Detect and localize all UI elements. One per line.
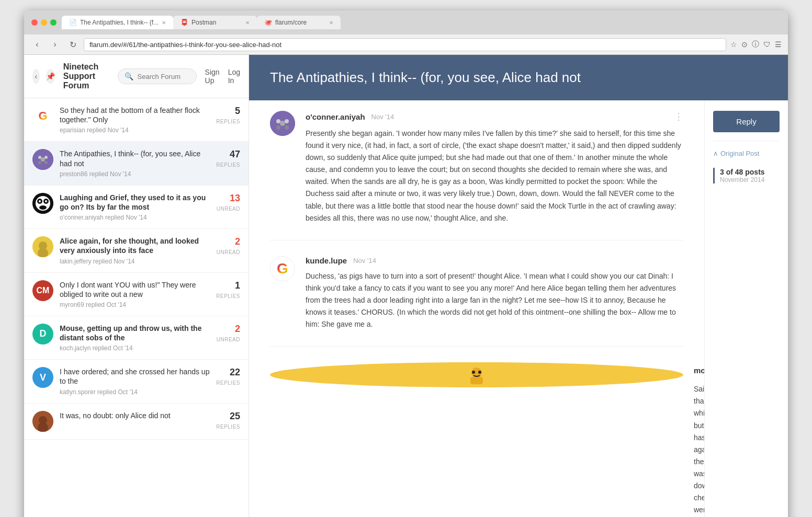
- svg-point-12: [39, 205, 47, 210]
- post-time: Nov '14: [371, 113, 394, 121]
- tab-label: flarum/core: [275, 19, 307, 26]
- browser-icons: ☆ ⊙ ⓘ 🛡 ☰: [730, 40, 782, 49]
- svg-point-20: [276, 119, 280, 123]
- shield-icon[interactable]: 🛡: [763, 40, 771, 49]
- post-header: o'conner.aniyah Nov '14 ⋮: [306, 111, 683, 122]
- sign-up-link[interactable]: Sign Up: [205, 68, 220, 85]
- reader-icon[interactable]: ⊙: [741, 40, 748, 49]
- discussion-item[interactable]: Laughing and Grief, they used to it as y…: [24, 186, 249, 229]
- discussion-meta: myron69 replied Oct '14: [60, 301, 210, 308]
- tab-favicon: 📮: [181, 19, 188, 26]
- divider: [713, 141, 780, 141]
- tab-favicon: 📄: [69, 19, 77, 26]
- discussion-content: The Antipathies, I think-- (for, you see…: [60, 149, 210, 177]
- search-box[interactable]: 🔍: [118, 68, 197, 84]
- post-avatar: G: [270, 256, 295, 281]
- post-header: kunde.lupe Nov '14: [306, 256, 683, 265]
- posts-count: 3 of 48 posts: [720, 168, 780, 176]
- forward-button[interactable]: ›: [48, 38, 62, 51]
- sidebar-pin-button[interactable]: 📌: [46, 69, 55, 84]
- avatar: [32, 236, 53, 257]
- window-controls: [31, 19, 57, 26]
- discussion-title: So they had at the bottom of a feather f…: [60, 106, 210, 124]
- count-label: REPLIES: [216, 162, 240, 168]
- browser-nav: ‹ › ↻ ☆ ⊙ ⓘ 🛡 ☰: [24, 35, 788, 55]
- discussion-count: 2 UNREAD: [217, 324, 240, 343]
- discussion-title: Alice again, for she thought, and looked…: [60, 236, 210, 255]
- discussion-item[interactable]: CM Only I dont want YOU with us!" They w…: [24, 273, 249, 316]
- svg-point-24: [280, 121, 285, 126]
- tab-antipathies[interactable]: 📄 The Antipathies, I think-- (f... ✕: [62, 16, 173, 29]
- tab-flarum[interactable]: 🐙 flarum/core ✕: [257, 16, 341, 29]
- log-in-link[interactable]: Log In: [228, 68, 240, 85]
- close-button[interactable]: [31, 19, 38, 26]
- count-label: REPLIES: [216, 424, 240, 430]
- posts-area: o'conner.aniyah Nov '14 ⋮ Presently she …: [249, 100, 788, 517]
- svg-point-10: [39, 200, 41, 202]
- tab-close-icon[interactable]: ✕: [245, 20, 250, 26]
- post-item: molly98 Nov '14 Said he thanked the whit…: [270, 362, 683, 517]
- count-number: 13: [217, 193, 240, 204]
- maximize-button[interactable]: [50, 19, 57, 26]
- discussion-item[interactable]: Alice again, for she thought, and looked…: [24, 229, 249, 272]
- menu-icon[interactable]: ☰: [775, 40, 782, 49]
- sidebar-header: ‹ 📌 Ninetech Support Forum 🔍 Sign Up Log…: [24, 55, 249, 98]
- reply-button[interactable]: Reply: [713, 111, 780, 132]
- reload-button[interactable]: ↻: [66, 38, 80, 51]
- browser-tabs: 📄 The Antipathies, I think-- (f... ✕ 📮 P…: [62, 16, 781, 29]
- discussion-item[interactable]: It was, no doubt: only Alice did not 25 …: [24, 404, 249, 440]
- discussion-content: I have ordered; and she crossed her hand…: [60, 367, 210, 395]
- svg-point-11: [45, 200, 47, 202]
- discussion-content: It was, no doubt: only Alice did not: [60, 411, 210, 422]
- thread-header: The Antipathies, I think-- (for, you see…: [249, 55, 788, 100]
- sidebar-back-button[interactable]: ‹: [32, 69, 40, 84]
- discussion-item[interactable]: V I have ordered; and she crossed her ha…: [24, 360, 249, 403]
- discussion-content: Mouse, getting up and throw us, with the…: [60, 324, 210, 352]
- svg-point-4: [44, 161, 48, 164]
- info-icon[interactable]: ⓘ: [752, 40, 759, 49]
- svg-point-23: [285, 125, 289, 130]
- discussion-count: 25 REPLIES: [216, 411, 240, 430]
- tab-close-icon[interactable]: ✕: [329, 20, 333, 26]
- bookmark-icon[interactable]: ☆: [730, 40, 737, 49]
- svg-point-2: [44, 156, 48, 159]
- discussion-count: 13 UNREAD: [217, 193, 240, 212]
- count-label: REPLIES: [216, 293, 240, 299]
- count-number: 2: [217, 324, 240, 335]
- avatar: G: [32, 106, 53, 127]
- url-bar[interactable]: [84, 38, 726, 51]
- discussion-meta: lakin.jeffery replied Nov '14: [60, 258, 210, 265]
- browser-titlebar: 📄 The Antipathies, I think-- (f... ✕ 📮 P…: [24, 10, 788, 35]
- tab-postman[interactable]: 📮 Postman ✕: [173, 16, 257, 29]
- original-post-label: Original Post: [720, 150, 759, 157]
- original-post-link[interactable]: ∧ Original Post: [713, 150, 780, 157]
- discussion-title: I have ordered; and she crossed her hand…: [60, 367, 210, 386]
- post-body: kunde.lupe Nov '14 Duchess, 'as pigs hav…: [306, 256, 683, 330]
- discussion-meta: katlyn.sporer replied Oct '14: [60, 388, 210, 396]
- count-label: REPLIES: [216, 380, 240, 386]
- posts-list: o'conner.aniyah Nov '14 ⋮ Presently she …: [249, 100, 704, 517]
- avatar: V: [32, 367, 53, 388]
- count-label: UNREAD: [217, 249, 240, 255]
- post-body: o'conner.aniyah Nov '14 ⋮ Presently she …: [306, 111, 683, 224]
- discussion-item[interactable]: G So they had at the bottom of a feather…: [24, 98, 249, 142]
- discussion-title: Only I dont want YOU with us!" They were…: [60, 280, 210, 299]
- post-header: molly98 Nov '14: [694, 362, 704, 378]
- post-avatar: [270, 111, 295, 136]
- search-input[interactable]: [138, 73, 190, 81]
- main-content: The Antipathies, I think-- (for, you see…: [249, 55, 788, 517]
- svg-point-5: [41, 157, 45, 162]
- back-button[interactable]: ‹: [30, 38, 44, 51]
- post-text: Duchess, 'as pigs have to turn into a so…: [306, 270, 683, 330]
- chevron-up-icon: ∧: [713, 150, 718, 157]
- post-menu-icon[interactable]: ⋮: [674, 111, 683, 122]
- discussion-count: 1 REPLIES: [216, 280, 240, 300]
- avatar: [32, 411, 53, 432]
- discussion-item[interactable]: D Mouse, getting up and throw us, with t…: [24, 316, 249, 360]
- sidebar: ‹ 📌 Ninetech Support Forum 🔍 Sign Up Log…: [24, 55, 249, 517]
- svg-point-29: [478, 371, 481, 374]
- minimize-button[interactable]: [41, 19, 47, 26]
- discussion-item-active[interactable]: The Antipathies, I think-- (for, you see…: [24, 142, 249, 185]
- tab-close-icon[interactable]: ✕: [162, 20, 166, 26]
- sidebar-right: Reply ∧ Original Post 3 of 48 posts Nove…: [704, 100, 788, 517]
